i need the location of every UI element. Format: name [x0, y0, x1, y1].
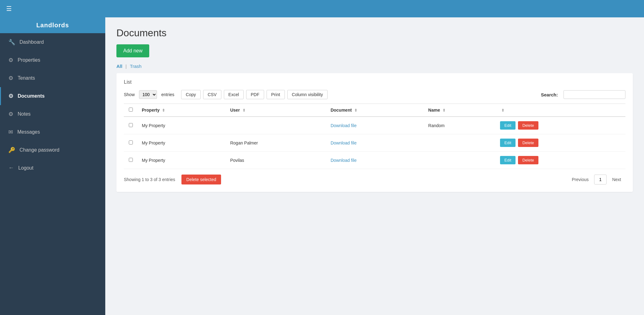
pagination-next-button[interactable]: Next [608, 175, 625, 184]
edit-button[interactable]: Edit [500, 121, 516, 130]
topbar: ☰ [0, 0, 644, 17]
envelope-icon: ✉ [8, 129, 13, 135]
row-checkbox-cell [124, 134, 137, 152]
row-property: My Property [137, 134, 226, 152]
delete-button[interactable]: Delete [518, 156, 538, 164]
row-checkbox-cell [124, 117, 137, 134]
gear-icon: ⚙ [8, 93, 13, 100]
row-actions: Edit Delete [496, 152, 625, 169]
sidebar-item-notes[interactable]: ⚙ Notes [0, 105, 105, 123]
sidebar-item-messages[interactable]: ✉ Messages [0, 123, 105, 141]
page-title: Documents [116, 27, 633, 39]
actions-col-header: ⇕ [496, 104, 625, 117]
main-layout: Landlords 🔧 Dashboard ⚙ Properties ⚙ Ten… [0, 17, 644, 315]
print-button[interactable]: Print [267, 90, 285, 99]
pdf-button[interactable]: PDF [246, 90, 264, 99]
sort-icon: ⇕ [162, 108, 165, 113]
sidebar: Landlords 🔧 Dashboard ⚙ Properties ⚙ Ten… [0, 17, 105, 315]
select-all-checkbox[interactable] [129, 108, 133, 112]
row-checkbox[interactable] [129, 123, 133, 127]
sidebar-item-documents[interactable]: ⚙ Documents [0, 87, 105, 105]
row-checkbox[interactable] [129, 140, 133, 144]
row-name [424, 134, 496, 152]
documents-table: Property ⇕ User ⇕ Document ⇕ Name [124, 104, 625, 169]
edit-button[interactable]: Edit [500, 139, 516, 147]
sort-icon: ⇕ [354, 108, 357, 113]
row-name [424, 152, 496, 169]
table-controls: Show 100 25 50 entries Copy CSV Excel PD… [124, 90, 625, 99]
sidebar-item-tenants[interactable]: ⚙ Tenants [0, 69, 105, 87]
table-row: My Property Rogan Palmer Download file E… [124, 134, 625, 152]
row-user: Rogan Palmer [226, 134, 326, 152]
user-col-header[interactable]: User ⇕ [226, 104, 326, 117]
pagination-previous-button[interactable]: Previous [568, 175, 593, 184]
select-all-col [124, 104, 137, 117]
edit-button[interactable]: Edit [500, 156, 516, 164]
sort-icon: ⇕ [442, 108, 446, 113]
hamburger-icon[interactable]: ☰ [6, 5, 12, 12]
row-property: My Property [137, 152, 226, 169]
sidebar-item-dashboard[interactable]: 🔧 Dashboard [0, 33, 105, 51]
sidebar-brand: Landlords [0, 17, 105, 33]
row-checkbox-cell [124, 152, 137, 169]
gear-icon: ⚙ [8, 57, 13, 64]
key-icon: 🔑 [8, 147, 15, 153]
sidebar-item-label: Change password [20, 147, 59, 153]
sidebar-item-label: Notes [18, 111, 31, 117]
row-actions: Edit Delete [496, 117, 625, 134]
row-document[interactable]: Download file [326, 117, 424, 134]
row-user: Povilas [226, 152, 326, 169]
download-file-link[interactable]: Download file [331, 158, 357, 163]
property-col-header[interactable]: Property ⇕ [137, 104, 226, 117]
sidebar-item-label: Properties [18, 57, 40, 63]
filter-separator: | [125, 64, 128, 69]
copy-button[interactable]: Copy [181, 90, 201, 99]
filter-links: All | Trash [116, 64, 633, 69]
row-document[interactable]: Download file [326, 134, 424, 152]
gear-icon: ⚙ [8, 75, 13, 82]
table-card: List Show 100 25 50 entries Copy CSV Exc… [116, 73, 633, 192]
sidebar-item-logout[interactable]: ← Logout [0, 159, 105, 177]
table-footer: Showing 1 to 3 of 3 entries Delete selec… [124, 175, 625, 184]
sort-icon: ⇕ [501, 108, 504, 113]
delete-button[interactable]: Delete [518, 139, 538, 147]
column-visibility-button[interactable]: Column visibility [287, 90, 328, 99]
table-section-label: List [124, 79, 625, 85]
row-document[interactable]: Download file [326, 152, 424, 169]
sidebar-item-properties[interactable]: ⚙ Properties [0, 51, 105, 69]
main-content: Documents Add new All | Trash List Show … [105, 17, 644, 315]
search-label: Search: [541, 92, 558, 97]
pagination: Previous 1 Next [568, 175, 625, 184]
document-col-header[interactable]: Document ⇕ [326, 104, 424, 117]
sidebar-item-change-password[interactable]: 🔑 Change password [0, 141, 105, 159]
excel-button[interactable]: Excel [224, 90, 244, 99]
download-file-link[interactable]: Download file [331, 140, 357, 145]
filter-all-link[interactable]: All [116, 64, 122, 69]
sort-icon: ⇕ [242, 108, 246, 113]
delete-selected-button[interactable]: Delete selected [181, 175, 221, 184]
show-label: Show [124, 92, 135, 97]
row-actions: Edit Delete [496, 134, 625, 152]
gear-icon: ⚙ [8, 111, 13, 118]
sidebar-nav: 🔧 Dashboard ⚙ Properties ⚙ Tenants ⚙ Doc… [0, 33, 105, 315]
download-file-link[interactable]: Download file [331, 123, 357, 128]
entries-select[interactable]: 100 25 50 [139, 90, 157, 99]
entries-text: entries [161, 92, 174, 97]
logout-icon: ← [8, 165, 14, 171]
sidebar-item-label: Tenants [18, 75, 35, 81]
footer-left: Showing 1 to 3 of 3 entries Delete selec… [124, 175, 221, 184]
sidebar-item-label: Dashboard [20, 39, 44, 45]
row-checkbox[interactable] [129, 158, 133, 162]
row-name: Random [424, 117, 496, 134]
sidebar-item-label: Logout [18, 165, 33, 171]
showing-text: Showing 1 to 3 of 3 entries [124, 177, 175, 182]
delete-button[interactable]: Delete [518, 121, 538, 130]
table-row: My Property Download file Random Edit De… [124, 117, 625, 134]
name-col-header[interactable]: Name ⇕ [424, 104, 496, 117]
add-new-button[interactable]: Add new [116, 44, 149, 57]
filter-trash-link[interactable]: Trash [130, 64, 141, 69]
pagination-page-number[interactable]: 1 [594, 175, 607, 184]
search-input[interactable] [564, 90, 625, 99]
table-row: My Property Povilas Download file Edit D… [124, 152, 625, 169]
csv-button[interactable]: CSV [203, 90, 221, 99]
